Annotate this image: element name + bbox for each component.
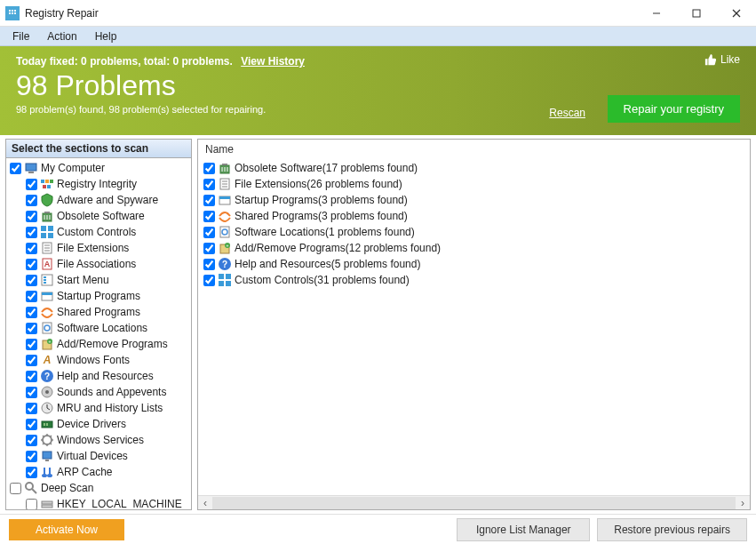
maximize-button[interactable] — [676, 0, 716, 27]
tree-checkbox[interactable] — [26, 195, 37, 206]
horizontal-scrollbar[interactable]: ‹ › — [198, 495, 750, 509]
tree-item[interactable]: My Computer — [6, 160, 191, 176]
result-label: Startup Programs(3 problems found) — [235, 194, 408, 206]
tree-checkbox[interactable] — [26, 307, 37, 318]
fileext-icon — [218, 177, 232, 191]
tree-item[interactable]: Custom Controls — [6, 224, 191, 240]
tree-item[interactable]: Obsolete Software — [6, 208, 191, 224]
tree-item[interactable]: AFile Associations — [6, 256, 191, 272]
like-button[interactable]: Like — [704, 53, 740, 66]
result-row[interactable]: Startup Programs(3 problems found) — [198, 192, 750, 208]
scroll-right-icon[interactable]: › — [736, 497, 750, 509]
tree-item[interactable]: MRU and History Lists — [6, 400, 191, 416]
tree-item[interactable]: ?Help and Resources — [6, 368, 191, 384]
tree-checkbox[interactable] — [26, 227, 37, 238]
tree-item[interactable]: HKEY_LOCAL_MACHINE — [6, 496, 191, 509]
repair-button[interactable]: Repair your registry — [608, 95, 740, 123]
results-column-header[interactable]: Name — [198, 140, 750, 160]
tree-item[interactable]: Shared Programs — [6, 304, 191, 320]
tree-item[interactable]: Sounds and Appevents — [6, 384, 191, 400]
tree-checkbox[interactable] — [26, 451, 37, 462]
minimize-button[interactable] — [636, 0, 676, 27]
tree-checkbox[interactable] — [26, 419, 37, 430]
controls-icon — [40, 225, 54, 239]
result-checkbox[interactable] — [203, 259, 215, 270]
tree-item[interactable]: +Add/Remove Programs — [6, 336, 191, 352]
tree-item[interactable]: Deep Scan — [6, 480, 191, 496]
result-row[interactable]: Software Locations(1 problems found) — [198, 224, 750, 240]
tree-checkbox[interactable] — [26, 291, 37, 302]
result-row[interactable]: Obsolete Software(17 problems found) — [198, 160, 750, 176]
controls-icon — [218, 273, 232, 287]
tree-item[interactable]: AWindows Fonts — [6, 352, 191, 368]
footer-bar: Activate Now Ignore List Manager Restore… — [0, 514, 756, 544]
tree-checkbox[interactable] — [10, 483, 21, 494]
svg-text:+: + — [227, 243, 229, 248]
tree-label: Deep Scan — [41, 482, 93, 494]
tree-checkbox[interactable] — [26, 179, 37, 190]
tree-checkbox[interactable] — [26, 211, 37, 222]
tree-item[interactable]: Device Drivers — [6, 416, 191, 432]
tree-checkbox[interactable] — [26, 499, 37, 510]
menu-help[interactable]: Help — [86, 28, 126, 44]
tree-checkbox[interactable] — [26, 371, 37, 382]
tree-item[interactable]: Adware and Spyware — [6, 192, 191, 208]
tree-checkbox[interactable] — [26, 259, 37, 270]
result-checkbox[interactable] — [203, 179, 215, 190]
tree-checkbox[interactable] — [26, 467, 37, 478]
tree-checkbox[interactable] — [26, 243, 37, 254]
rescan-link[interactable]: Rescan — [549, 107, 585, 119]
result-checkbox[interactable] — [203, 275, 215, 286]
restore-button[interactable]: Restore previous repairs — [597, 518, 747, 541]
tree-checkbox[interactable] — [26, 323, 37, 334]
thumbs-up-icon — [704, 53, 717, 66]
svg-rect-6 — [14, 12, 16, 14]
result-row[interactable]: +Add/Remove Programs(12 problems found) — [198, 240, 750, 256]
tree-item[interactable]: Start Menu — [6, 272, 191, 288]
tree-checkbox[interactable] — [10, 163, 21, 174]
scroll-left-icon[interactable]: ‹ — [198, 497, 212, 509]
tree-item[interactable]: ARP Cache — [6, 464, 191, 480]
shared-icon — [40, 305, 54, 319]
svg-rect-1 — [9, 10, 11, 12]
services-icon — [40, 433, 54, 447]
result-row[interactable]: File Extensions(26 problems found) — [198, 176, 750, 192]
result-checkbox[interactable] — [203, 211, 215, 222]
ignore-list-button[interactable]: Ignore List Manager — [457, 518, 590, 541]
hkey-icon — [40, 497, 54, 509]
menu-action[interactable]: Action — [38, 28, 85, 44]
activate-button[interactable]: Activate Now — [9, 519, 124, 540]
tree-checkbox[interactable] — [26, 275, 37, 286]
tree-checkbox[interactable] — [26, 403, 37, 414]
titlebar: Registry Repair — [0, 0, 756, 27]
result-checkbox[interactable] — [203, 195, 215, 206]
tree-item[interactable]: Registry Integrity — [6, 176, 191, 192]
adware-icon — [40, 193, 54, 207]
tree-label: Help and Resources — [57, 370, 154, 382]
svg-rect-4 — [9, 12, 11, 14]
tree-item[interactable]: Software Locations — [6, 320, 191, 336]
result-checkbox[interactable] — [203, 163, 215, 174]
tree-checkbox[interactable] — [26, 435, 37, 446]
results-list[interactable]: Obsolete Software(17 problems found)File… — [198, 160, 750, 495]
tree-item[interactable]: Startup Programs — [6, 288, 191, 304]
svg-rect-16 — [43, 185, 46, 188]
result-row[interactable]: Custom Controls(31 problems found) — [198, 272, 750, 288]
close-button[interactable] — [716, 0, 756, 27]
tree-checkbox[interactable] — [26, 339, 37, 350]
tree-item[interactable]: Virtual Devices — [6, 448, 191, 464]
result-checkbox[interactable] — [203, 243, 215, 254]
sections-tree[interactable]: My ComputerRegistry IntegrityAdware and … — [6, 158, 191, 509]
svg-rect-14 — [45, 180, 49, 183]
tree-checkbox[interactable] — [26, 355, 37, 366]
menu-file[interactable]: File — [4, 28, 38, 44]
result-row[interactable]: Shared Programs(3 problems found) — [198, 208, 750, 224]
result-row[interactable]: ?Help and Resources(5 problems found) — [198, 256, 750, 272]
tree-item[interactable]: Windows Services — [6, 432, 191, 448]
svg-text:+: + — [49, 339, 52, 344]
svg-rect-57 — [45, 460, 49, 461]
result-checkbox[interactable] — [203, 227, 215, 238]
tree-checkbox[interactable] — [26, 387, 37, 398]
tree-item[interactable]: File Extensions — [6, 240, 191, 256]
view-history-link[interactable]: View History — [241, 55, 305, 68]
